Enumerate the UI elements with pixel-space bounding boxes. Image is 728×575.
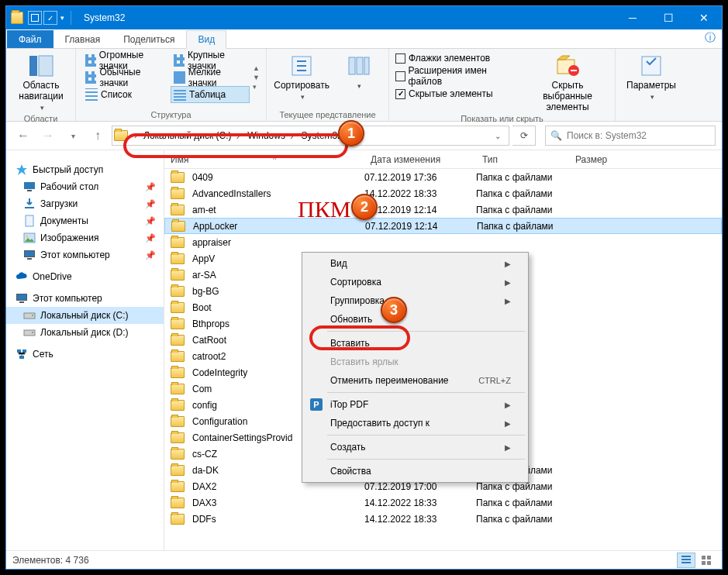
group-columns-button[interactable] — [335, 52, 382, 102]
submenu-arrow-icon: ▶ — [505, 297, 511, 305]
ctx-paste[interactable]: Вставить — [304, 334, 526, 353]
qat-dropdown-icon[interactable]: ▾ — [60, 14, 64, 22]
search-box[interactable]: 🔍 Поиск в: System32 — [545, 126, 716, 146]
hide-selected-button[interactable]: Скрыть выбранные элементы — [526, 52, 609, 112]
file-name: AdvancedInstallers — [192, 188, 271, 199]
table-row[interactable]: AppLocker07.12.2019 12:14Папка с файлами — [164, 218, 722, 234]
sidebar-drive-d[interactable]: Локальный диск (D:) — [6, 324, 164, 341]
file-name: Boot — [192, 302, 212, 313]
sidebar-drive-c[interactable]: Локальный диск (C:) — [6, 307, 164, 324]
options-button[interactable]: Параметры — [622, 52, 681, 102]
sidebar-pictures[interactable]: Изображения📌 — [6, 229, 164, 246]
folder-icon — [171, 498, 185, 508]
breadcrumb-segment[interactable]: Windows — [244, 126, 298, 145]
ribbon-help-icon[interactable]: ⓘ — [699, 31, 722, 48]
column-date[interactable]: Дата изменения — [364, 150, 476, 168]
breadcrumb-segment[interactable]: Локальный диск (C:) — [140, 126, 244, 145]
window-controls: ─ ☐ ✕ — [615, 6, 722, 29]
ctx-give-access[interactable]: Предоставить доступ к▶ — [304, 414, 526, 432]
ctx-sort[interactable]: Сортировка▶ — [304, 273, 526, 291]
svg-point-26 — [32, 332, 33, 333]
ctx-itop-pdf[interactable]: P iTop PDF▶ — [304, 395, 526, 414]
thumbnails-view-button[interactable] — [697, 553, 716, 568]
svg-rect-31 — [707, 556, 711, 560]
expand-icon[interactable]: ▾ — [253, 83, 260, 91]
file-name: da-DK — [192, 465, 219, 476]
ctx-undo-rename[interactable]: Отменить переименованиеCTRL+Z — [304, 371, 526, 390]
view-small-icons[interactable]: Мелкие значки — [171, 69, 250, 86]
sidebar-thispc-pinned[interactable]: Этот компьютер📌 — [6, 246, 164, 263]
table-row[interactable]: DDFs14.12.2022 18:33Папка с файлами — [164, 511, 722, 527]
close-button[interactable]: ✕ — [686, 6, 722, 29]
ctx-group[interactable]: Группировка▶ — [304, 291, 526, 310]
pin-icon: 📌 — [145, 199, 156, 209]
scroll-down-icon[interactable]: ▼ — [253, 74, 260, 81]
qat-button[interactable] — [28, 11, 42, 25]
sidebar-onedrive[interactable]: OneDrive — [6, 268, 164, 285]
tab-view[interactable]: Вид — [186, 30, 226, 49]
ctx-view[interactable]: Вид▶ — [304, 254, 526, 273]
file-name: appraiser — [192, 237, 231, 248]
ctx-properties[interactable]: Свойства — [304, 462, 526, 480]
table-row[interactable]: am-et07.12.2019 12:14Папка с файлами — [164, 201, 722, 218]
itop-pdf-icon: P — [309, 397, 324, 412]
tab-home[interactable]: Главная — [53, 30, 112, 48]
svg-rect-25 — [24, 330, 35, 336]
view-medium-icons[interactable]: Обычные значки — [82, 69, 167, 86]
svg-rect-9 — [642, 57, 661, 75]
folder-icon — [171, 514, 185, 525]
submenu-arrow-icon: ▶ — [505, 401, 511, 409]
up-button[interactable]: ↑ — [87, 125, 109, 146]
title-bar: ✓ ▾ System32 ─ ☐ ✕ — [6, 6, 722, 29]
file-name: AppV — [192, 253, 215, 264]
table-row[interactable]: 040907.12.2019 17:36Папка с файлами — [164, 169, 722, 185]
minimize-button[interactable]: ─ — [615, 6, 650, 29]
sidebar-network[interactable]: Сеть — [6, 346, 164, 363]
tab-file[interactable]: Файл — [7, 30, 53, 48]
maximize-button[interactable]: ☐ — [650, 6, 686, 29]
svg-rect-13 — [25, 207, 34, 208]
item-checkboxes-toggle[interactable]: Флажки элементов — [395, 52, 519, 64]
address-bar[interactable]: › Локальный диск (C:) Windows System32 ⌄ — [112, 126, 509, 146]
forward-button[interactable]: → — [37, 125, 59, 146]
navigation-pane-button[interactable]: Область навигации — [12, 52, 70, 112]
column-name[interactable]: Имя^ — [164, 150, 364, 168]
sidebar-this-pc[interactable]: Этот компьютер — [6, 290, 164, 307]
breadcrumb-segment[interactable]: System32 — [298, 126, 356, 145]
recent-dropdown[interactable]: ▾ — [62, 125, 84, 146]
svg-rect-0 — [29, 56, 37, 76]
svg-rect-27 — [17, 349, 21, 353]
column-size[interactable]: Размер — [569, 150, 647, 168]
folder-icon — [171, 481, 185, 492]
address-dropdown-icon[interactable]: ⌄ — [488, 132, 507, 140]
details-view-button[interactable] — [677, 553, 695, 568]
folder-icon — [171, 449, 185, 460]
table-row[interactable]: appraiser — [164, 234, 722, 250]
scroll-up-icon[interactable]: ▲ — [253, 64, 260, 72]
file-name: am-et — [192, 205, 216, 215]
file-name: config — [192, 400, 217, 411]
tab-share[interactable]: Поделиться — [112, 30, 186, 48]
svg-rect-18 — [25, 251, 34, 257]
refresh-button[interactable]: ⟳ — [512, 126, 536, 146]
view-details[interactable]: Таблица — [171, 86, 250, 103]
svg-rect-8 — [571, 70, 577, 71]
hidden-items-toggle[interactable]: Скрытые элементы — [395, 88, 519, 100]
sidebar-documents[interactable]: Документы📌 — [6, 212, 164, 229]
table-row[interactable]: DAX314.12.2022 18:33Папка с файлами — [164, 494, 722, 511]
sort-button[interactable]: Сортировать — [273, 52, 330, 102]
sidebar-downloads[interactable]: Загрузки📌 — [6, 195, 164, 212]
sidebar-quick-access[interactable]: Быстрый доступ — [6, 161, 164, 178]
folder-icon — [171, 172, 185, 183]
qat-button[interactable]: ✓ — [43, 11, 57, 25]
table-row[interactable]: AdvancedInstallers14.12.2022 18:33Папка … — [164, 185, 722, 201]
ctx-new[interactable]: Создать▶ — [304, 438, 526, 456]
column-type[interactable]: Тип — [476, 150, 569, 168]
ctx-refresh[interactable]: Обновить — [304, 310, 526, 329]
svg-rect-19 — [27, 258, 32, 260]
view-list[interactable]: Список — [82, 86, 167, 103]
back-button[interactable]: ← — [12, 125, 34, 146]
file-extensions-toggle[interactable]: Расширения имен файлов — [395, 64, 519, 88]
file-name: DAX3 — [192, 498, 216, 508]
sidebar-desktop[interactable]: Рабочий стол📌 — [6, 178, 164, 195]
